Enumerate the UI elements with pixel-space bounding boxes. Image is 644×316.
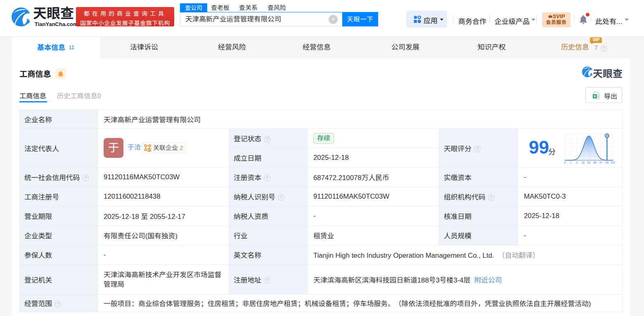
svg-text:15: 15 — [581, 161, 585, 164]
svg-text:85: 85 — [593, 161, 597, 164]
svg-text:50: 50 — [587, 161, 591, 164]
svg-text:97: 97 — [599, 161, 603, 164]
svg-text:99: 99 — [605, 161, 608, 164]
svg-text:1: 1 — [570, 161, 572, 164]
svg-text:企: 企 — [147, 146, 152, 152]
svg-text:3: 3 — [576, 161, 578, 164]
svg-text:100: 100 — [611, 161, 615, 164]
svg-text:0: 0 — [564, 161, 566, 164]
